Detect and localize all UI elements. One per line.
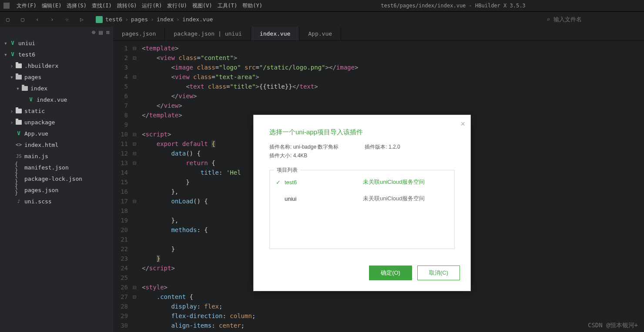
- project-name: test6: [285, 179, 363, 186]
- project-list-legend: 项目列表: [274, 166, 300, 174]
- menu-item[interactable]: 编辑(E): [39, 1, 64, 10]
- tree-item-label: index: [30, 85, 47, 92]
- project-status: 未关联uniCloud服务空间: [363, 195, 425, 203]
- tree-item-label: uni.scss: [24, 198, 52, 205]
- tree-item-label: unpackage: [24, 119, 55, 126]
- tree-item[interactable]: ▾Vuniui: [0, 37, 113, 49]
- tree-item[interactable]: ›unpackage: [0, 116, 113, 128]
- panel-bottom-icon[interactable]: ▢: [18, 15, 27, 24]
- editor-tab[interactable]: App.vue: [299, 27, 341, 40]
- tree-item[interactable]: { }pages.json: [0, 184, 113, 196]
- collapse-icon[interactable]: ≡: [106, 29, 110, 36]
- tree-item[interactable]: ▾Vtest6: [0, 49, 113, 60]
- folder-open-icon: [15, 73, 23, 80]
- html-icon: <>: [15, 141, 23, 148]
- json-icon: { }: [15, 186, 23, 193]
- import-plugin-dialog: × 选择一个uni-app项目导入该插件 插件名称: uni-badge 数字角…: [253, 115, 471, 291]
- tree-item[interactable]: ♪uni.scss: [0, 196, 113, 207]
- vue-icon: V: [9, 51, 17, 58]
- chevron-icon[interactable]: ▾: [9, 74, 15, 80]
- toolbar: ▢ ▢ ‹ › ☆ ▷ test6› pages› index› index.v…: [0, 11, 644, 27]
- tree-item-label: pages: [24, 74, 41, 80]
- menu-item[interactable]: 跳转(G): [114, 1, 140, 10]
- ok-button[interactable]: 确定(O): [369, 266, 412, 280]
- folder-icon: [15, 62, 23, 69]
- tree-item[interactable]: <>index.html: [0, 139, 113, 150]
- folder-icon: [15, 119, 23, 126]
- crumb[interactable]: index: [157, 16, 174, 23]
- crumb[interactable]: test6: [105, 16, 122, 23]
- line-gutter: 1234567891011121314151617181920212223242…: [113, 41, 131, 332]
- menu-item[interactable]: 帮助(Y): [240, 1, 265, 10]
- plugin-size-row: 插件大小: 4.4KB: [269, 152, 455, 159]
- editor-tab[interactable]: pages.json: [113, 27, 165, 40]
- menu-bar: 文件(F)编辑(E)选择(S)查找(I)跳转(G)运行(R)发行(U)视图(V)…: [0, 0, 644, 11]
- json-icon: { }: [15, 164, 23, 171]
- tree-item-label: package-lock.json: [24, 176, 82, 182]
- json-icon: { }: [15, 175, 23, 182]
- tree-item[interactable]: ▾pages: [0, 71, 113, 83]
- tree-item-label: uniui: [18, 40, 35, 46]
- editor-tabs: pages.jsonpackage.json | uniuiindex.vueA…: [113, 27, 644, 41]
- chevron-icon[interactable]: ▾: [3, 51, 9, 58]
- tree-item[interactable]: { }package-lock.json: [0, 173, 113, 184]
- star-icon[interactable]: ☆: [63, 15, 71, 24]
- editor-tab[interactable]: index.vue: [251, 27, 299, 40]
- project-status: 未关联uniCloud服务空间: [363, 178, 425, 186]
- sidebar: ⊕ ▤ ≡ ▾Vuniui▾Vtest6›.hbuilderx▾pages▾in…: [0, 27, 113, 332]
- breadcrumb[interactable]: test6› pages› index› index.vue: [96, 16, 213, 23]
- crumb[interactable]: pages: [131, 16, 148, 23]
- menu-item[interactable]: 选择(S): [64, 1, 89, 10]
- tree-item[interactable]: ›static: [0, 105, 113, 116]
- project-name: uniui: [285, 196, 363, 202]
- tree-item[interactable]: ›.hbuilderx: [0, 60, 113, 71]
- tree-item-label: .hbuilderx: [24, 63, 58, 69]
- tree-item[interactable]: VApp.vue: [0, 128, 113, 139]
- window-title: test6/pages/index/index.vue - HBuilder X…: [266, 3, 641, 9]
- plugin-name-row: 插件名称: uni-badge 数字角标: [269, 143, 339, 151]
- check-icon: ✓: [276, 179, 285, 186]
- chevron-icon[interactable]: ▾: [3, 40, 9, 46]
- tree-item-label: test6: [18, 51, 35, 58]
- chevron-icon[interactable]: ›: [9, 119, 15, 126]
- close-icon[interactable]: ×: [460, 120, 465, 129]
- tree-item-label: index.html: [24, 142, 58, 148]
- menu-item[interactable]: 查找(I): [89, 1, 114, 10]
- nav-back-icon[interactable]: ‹: [33, 15, 42, 24]
- project-row[interactable]: uniui未关联uniCloud服务空间: [270, 190, 454, 207]
- chevron-icon[interactable]: ▾: [15, 85, 21, 92]
- chevron-icon[interactable]: ›: [9, 63, 15, 69]
- list-icon[interactable]: ▤: [99, 29, 102, 36]
- menu-item[interactable]: 工具(T): [215, 1, 240, 10]
- search-input[interactable]: [553, 16, 641, 23]
- editor-tab[interactable]: package.json | uniui: [165, 27, 251, 40]
- project-row[interactable]: ✓test6未关联uniCloud服务空间: [270, 174, 454, 190]
- nav-forward-icon[interactable]: ›: [48, 15, 57, 24]
- tree-item[interactable]: Vindex.vue: [0, 94, 113, 105]
- chevron-icon[interactable]: ›: [9, 108, 15, 114]
- tree-item[interactable]: ▾index: [0, 83, 113, 94]
- tree-item[interactable]: JSmain.js: [0, 150, 113, 162]
- fold-column[interactable]: ⊟⊟ ⊟ ⊟⊟⊟⊟ ⊟ ⊟⊟: [131, 41, 138, 332]
- tree-item-label: main.js: [24, 153, 48, 159]
- menu-item[interactable]: 视图(V): [190, 1, 215, 10]
- menu-item[interactable]: 发行(U): [164, 1, 190, 10]
- app-logo-icon: [3, 3, 10, 9]
- vue-icon: V: [15, 130, 23, 137]
- js-icon: JS: [15, 153, 23, 159]
- crumb[interactable]: index.vue: [182, 16, 213, 23]
- panel-left-icon[interactable]: ▢: [3, 15, 12, 24]
- menu-item[interactable]: 文件(F): [14, 1, 39, 10]
- menu-item[interactable]: 运行(R): [139, 1, 164, 10]
- file-tree[interactable]: ▾Vuniui▾Vtest6›.hbuilderx▾pages▾indexVin…: [0, 37, 113, 332]
- add-icon[interactable]: ⊕: [92, 29, 95, 36]
- search-icon[interactable]: ⌕: [547, 16, 550, 23]
- cancel-button[interactable]: 取消(C): [417, 266, 460, 280]
- project-list-fieldset: 项目列表 ✓test6未关联uniCloud服务空间uniui未关联uniClo…: [269, 166, 455, 249]
- tree-item-label: pages.json: [24, 187, 58, 193]
- run-icon[interactable]: ▷: [77, 15, 86, 24]
- sidebar-toolbar: ⊕ ▤ ≡: [0, 27, 113, 37]
- plugin-version-row: 插件版本: 1.2.0: [365, 143, 400, 151]
- tree-item[interactable]: { }manifest.json: [0, 162, 113, 173]
- vue-file-icon: [96, 16, 103, 23]
